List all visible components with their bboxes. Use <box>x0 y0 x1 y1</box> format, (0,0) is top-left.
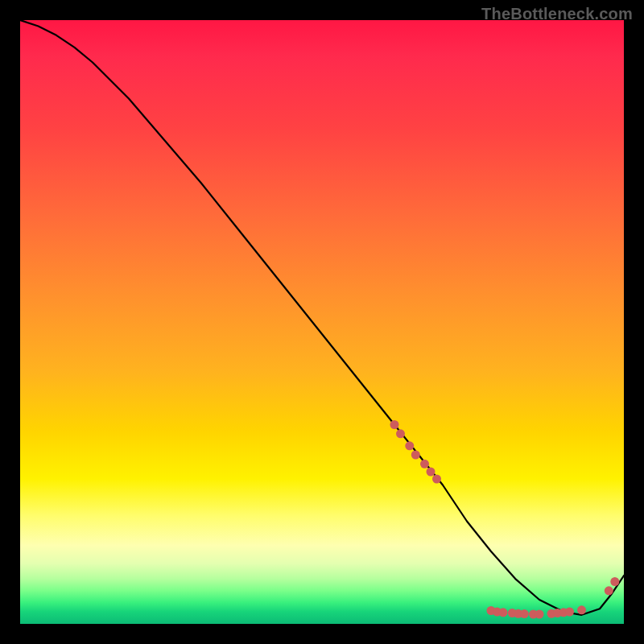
data-marker <box>405 441 414 450</box>
data-marker <box>411 451 420 460</box>
plot-overlay <box>20 20 624 624</box>
plot-area <box>20 20 624 624</box>
data-marker <box>390 420 399 429</box>
data-marker <box>565 608 574 617</box>
data-marker <box>427 468 436 477</box>
chart-frame: TheBottleneck.com <box>0 0 644 644</box>
watermark-text: TheBottleneck.com <box>481 5 633 23</box>
data-marker <box>420 460 429 469</box>
data-marker <box>610 577 619 586</box>
bottleneck-curve <box>20 20 624 615</box>
data-marker <box>520 609 529 618</box>
data-marker <box>432 475 441 484</box>
data-marker <box>535 610 544 619</box>
data-marker <box>499 608 508 617</box>
data-marker <box>605 586 613 595</box>
data-marker <box>577 605 586 614</box>
marker-group <box>390 420 620 619</box>
data-marker <box>396 429 405 438</box>
